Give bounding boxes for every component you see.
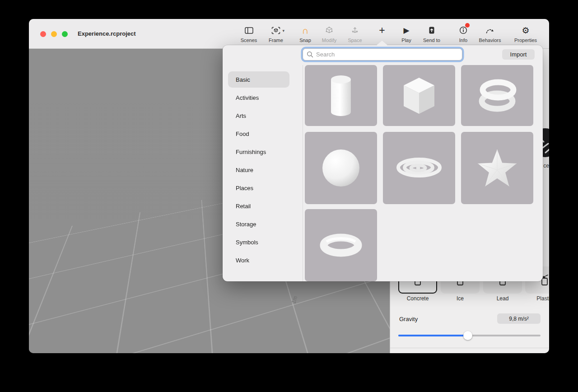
magnet-icon: ∩ — [302, 26, 308, 35]
send-to-button[interactable]: Send to — [420, 24, 444, 46]
category-work[interactable]: Work — [228, 252, 289, 268]
slider-knob[interactable] — [463, 331, 472, 340]
library-item-cube[interactable] — [383, 65, 455, 126]
search-field[interactable] — [303, 48, 462, 61]
star-shape-icon — [475, 146, 520, 190]
torus-shape-icon — [317, 231, 365, 260]
scenes-icon — [245, 24, 253, 36]
sidebar-divider — [303, 65, 303, 281]
category-symbols[interactable]: Symbols — [228, 234, 289, 250]
send-to-device-icon — [428, 24, 436, 36]
search-icon — [307, 51, 313, 58]
slider-fill — [398, 335, 468, 336]
sphere-shape-icon — [321, 148, 361, 188]
frame-icon: ▾ — [271, 24, 280, 36]
import-button[interactable]: Import — [502, 49, 535, 60]
library-item-star[interactable] — [461, 132, 533, 204]
zoom-button[interactable] — [62, 31, 68, 37]
cube-shape-icon — [400, 76, 438, 116]
titlebar: Experience.rcproject Scenes ▾ Frame ∩ Sn… — [29, 19, 549, 49]
category-storage[interactable]: Storage — [228, 216, 289, 232]
modify-icon — [325, 24, 333, 36]
material-label: Concrete — [398, 295, 437, 302]
library-item-torus[interactable] — [305, 209, 377, 281]
app-window: 1m Experience.rcproject Scenes ▾ Frame ∩… — [29, 19, 549, 353]
material-label: Ice — [441, 295, 480, 302]
category-basic[interactable]: Basic — [228, 71, 289, 88]
minimize-button[interactable] — [51, 31, 57, 37]
cylinder-shape-icon — [325, 73, 357, 118]
library-item-sphere[interactable] — [305, 132, 377, 204]
plus-icon: + — [379, 25, 385, 36]
spiral-shape-icon — [394, 155, 444, 181]
play-icon: ▶ — [403, 27, 409, 34]
info-button[interactable]: Info — [451, 24, 475, 46]
category-retail[interactable]: Retail — [228, 198, 289, 214]
behaviors-icon — [485, 24, 494, 36]
library-item-cylinder[interactable] — [305, 65, 377, 126]
space-button: Space — [343, 24, 367, 46]
category-furnishings[interactable]: Furnishings — [228, 144, 289, 160]
category-places[interactable]: Places — [228, 180, 289, 196]
gravity-value-field[interactable]: 9,8 m/s² — [497, 313, 541, 324]
category-activities[interactable]: Activities — [228, 89, 289, 106]
category-nature[interactable]: Nature — [228, 162, 289, 178]
category-arts[interactable]: Arts — [228, 107, 289, 124]
scenes-button[interactable]: Scenes — [237, 24, 261, 46]
space-axes-icon — [351, 24, 359, 36]
library-item-spiral[interactable] — [383, 132, 455, 204]
modify-button: Modify — [317, 24, 341, 46]
gravity-slider[interactable] — [398, 331, 541, 340]
object-library-popover: Import Basic Activities Arts Food Furnis… — [223, 45, 543, 281]
behaviors-button[interactable]: Behaviors — [478, 24, 502, 46]
search-input[interactable] — [316, 51, 458, 58]
snap-button[interactable]: ∩ Snap — [293, 24, 317, 46]
properties-button[interactable]: ⚙ Properties — [513, 24, 538, 46]
play-button[interactable]: ▶ Play — [394, 24, 419, 46]
material-label: Plastic — [525, 295, 549, 302]
close-button[interactable] — [40, 31, 46, 37]
panel-divider — [390, 348, 549, 348]
category-food[interactable]: Food — [228, 126, 289, 142]
info-icon — [459, 24, 467, 36]
chevron-down-icon: ▾ — [282, 28, 284, 33]
gravity-label: Gravity — [399, 316, 418, 322]
library-item-coil[interactable] — [461, 65, 533, 126]
material-label: Lead — [483, 295, 522, 302]
frame-button[interactable]: ▾ Frame — [264, 24, 288, 46]
gear-icon: ⚙ — [522, 26, 529, 35]
window-title: Experience.rcproject — [78, 30, 136, 37]
coil-shape-icon — [472, 73, 522, 118]
notification-badge — [465, 23, 470, 28]
